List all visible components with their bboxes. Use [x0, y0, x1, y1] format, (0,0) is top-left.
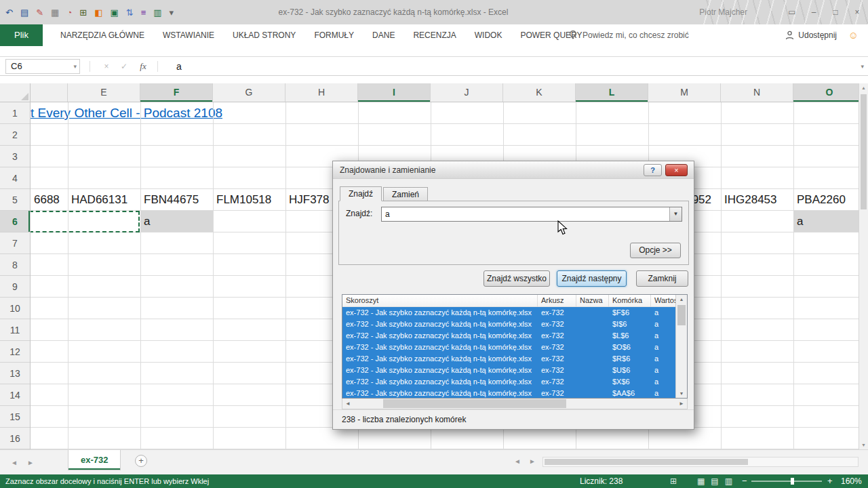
- name-box-dropdown-icon[interactable]: ▾: [73, 60, 77, 73]
- result-row[interactable]: ex-732 - Jak szybko zaznaczyć każdą n-tą…: [342, 353, 677, 365]
- column-header-n[interactable]: N: [721, 83, 793, 102]
- options-button[interactable]: Opcje >>: [630, 243, 681, 258]
- format-painter-icon[interactable]: ✎: [36, 8, 43, 17]
- list-header-komórka[interactable]: Komórka: [609, 295, 651, 307]
- tell-me-box[interactable]: Powiedz mi, co chcesz zrobić: [568, 24, 689, 46]
- undo-icon[interactable]: ↶: [5, 8, 13, 17]
- scroll-up-icon[interactable]: ▲: [859, 85, 868, 90]
- feedback-smiley-button[interactable]: ☺: [848, 24, 859, 46]
- results-horizontal-scrollbar[interactable]: ◄ ►: [342, 399, 688, 409]
- column-header-m[interactable]: M: [648, 83, 721, 102]
- recent-file-icon[interactable]: ◔: [66, 8, 72, 17]
- cell-E5[interactable]: HAD66131: [68, 189, 127, 210]
- column-header-e[interactable]: E: [68, 83, 140, 102]
- row-header-2[interactable]: 2: [0, 124, 30, 146]
- result-row[interactable]: ex-732 - Jak szybko zaznaczyć każdą n-tą…: [342, 307, 677, 319]
- column-header-f[interactable]: F: [140, 83, 213, 102]
- column-header-partial[interactable]: [31, 83, 68, 102]
- vertical-scrollbar-thumb[interactable]: [861, 94, 867, 209]
- add-sheet-button[interactable]: +: [135, 455, 147, 467]
- cell-F5[interactable]: FBN44675: [140, 189, 199, 210]
- insert-function-icon[interactable]: fx: [136, 59, 151, 74]
- sheet-tab-ex-732[interactable]: ex-732: [68, 450, 121, 470]
- row-header-14[interactable]: 14: [0, 384, 30, 406]
- scroll-right-icon[interactable]: ►: [676, 399, 687, 409]
- column-header-o[interactable]: O: [793, 83, 866, 102]
- close-window-button[interactable]: ×: [852, 7, 863, 17]
- save-icon[interactable]: ▤: [20, 8, 28, 17]
- page-layout-view-icon[interactable]: ▤: [711, 476, 718, 486]
- row-header-11[interactable]: 11: [0, 319, 30, 341]
- result-row[interactable]: ex-732 - Jak szybko zaznaczyć każdą n-tą…: [342, 342, 677, 353]
- row-header-7[interactable]: 7: [0, 232, 30, 254]
- cell-F6[interactable]: a: [140, 211, 213, 232]
- result-row[interactable]: ex-732 - Jak szybko zaznaczyć każdą n-tą…: [342, 319, 677, 330]
- row-header-5[interactable]: 5: [0, 189, 30, 211]
- row-header-10[interactable]: 10: [0, 298, 30, 319]
- zoom-level[interactable]: 160%: [841, 474, 862, 488]
- row-header-15[interactable]: 15: [0, 406, 30, 428]
- fill-color-icon[interactable]: ◧: [94, 8, 102, 17]
- find-input[interactable]: a ▼: [381, 207, 682, 222]
- row-header-13[interactable]: 13: [0, 363, 30, 384]
- select-all-corner[interactable]: [0, 83, 31, 102]
- result-row[interactable]: ex-732 - Jak szybko zaznaczyć każdą n-tą…: [342, 388, 677, 399]
- find-all-button[interactable]: Znajdź wszystko: [484, 270, 550, 287]
- column-header-j[interactable]: J: [431, 83, 503, 102]
- results-scrollbar[interactable]: ▲ ▼: [675, 295, 687, 398]
- dialog-title[interactable]: Znajdowanie i zamienianie: [333, 161, 694, 179]
- hscroll-right-icon[interactable]: ►: [529, 458, 536, 465]
- calculator-icon[interactable]: ⊞: [79, 8, 87, 17]
- list-header-arkusz[interactable]: Arkusz: [538, 295, 576, 307]
- ribbon-tab-recenzja[interactable]: RECENZJA: [413, 30, 456, 40]
- name-box[interactable]: C6 ▾: [5, 59, 80, 74]
- result-row[interactable]: ex-732 - Jak szybko zaznaczyć każdą n-tą…: [342, 330, 677, 342]
- cancel-icon[interactable]: ×: [99, 59, 114, 74]
- sort-icon[interactable]: ⇅: [126, 8, 134, 17]
- scroll-down-icon[interactable]: ▼: [859, 443, 868, 447]
- share-button[interactable]: Udostępnij: [785, 24, 837, 46]
- zoom-in-button[interactable]: +: [827, 474, 833, 488]
- cell-O6[interactable]: a: [793, 211, 866, 232]
- cell-N5[interactable]: IHG28453: [721, 189, 777, 210]
- find-next-button[interactable]: Znajdź następny: [557, 270, 627, 287]
- vertical-scrollbar[interactable]: ▲ ▼: [859, 83, 868, 449]
- row-header-12[interactable]: 12: [0, 341, 30, 363]
- normal-view-icon[interactable]: ▦: [697, 476, 705, 486]
- cell-H5[interactable]: HJF378: [285, 189, 330, 210]
- ribbon-tab-dane[interactable]: DANE: [372, 30, 395, 40]
- tab-znajdz[interactable]: Znajdź: [340, 186, 382, 201]
- zoom-out-button[interactable]: −: [742, 474, 747, 488]
- dialog-close-button[interactable]: ×: [665, 164, 688, 176]
- ribbon-display-options-icon[interactable]: ▭: [787, 7, 797, 17]
- chart-icon[interactable]: ▥: [153, 8, 161, 17]
- zoom-slider-track[interactable]: [751, 481, 822, 482]
- ribbon-tab-układ-strony[interactable]: UKŁAD STRONY: [233, 30, 296, 40]
- zoom-slider-thumb[interactable]: [791, 478, 794, 485]
- cell-O5[interactable]: PBA2260: [793, 189, 846, 210]
- scroll-up-icon[interactable]: ▲: [676, 297, 687, 302]
- results-list[interactable]: SkoroszytArkuszNazwaKomórkaWartość ex-73…: [342, 294, 688, 399]
- row-header-9[interactable]: 9: [0, 276, 30, 298]
- row-header-8[interactable]: 8: [0, 254, 30, 276]
- result-row[interactable]: ex-732 - Jak szybko zaznaczyć każdą n-tą…: [342, 365, 677, 376]
- result-row[interactable]: ex-732 - Jak szybko zaznaczyć każdą n-tą…: [342, 376, 677, 388]
- macro-grid-icon[interactable]: ⊞: [670, 474, 677, 488]
- list-header-skoroszyt[interactable]: Skoroszyt: [342, 295, 538, 307]
- horizontal-scrollbar-thumb[interactable]: [545, 459, 748, 465]
- scroll-down-icon[interactable]: ▼: [676, 391, 687, 396]
- row-header-3[interactable]: 3: [0, 146, 30, 167]
- new-sheet-icon[interactable]: ▣: [110, 8, 118, 17]
- cell-D5[interactable]: 6688: [31, 189, 60, 210]
- paste-special-icon[interactable]: ▦: [51, 8, 59, 17]
- minimize-button[interactable]: –: [808, 7, 819, 17]
- combo-dropdown-icon[interactable]: ▼: [669, 207, 682, 221]
- ribbon-tab-narzędzia-główne[interactable]: NARZĘDZIA GŁÓWNE: [60, 30, 144, 40]
- formula-bar-expand-icon[interactable]: ▾: [861, 59, 864, 74]
- file-tab[interactable]: Plik: [0, 24, 43, 46]
- cell-G5[interactable]: FLM10518: [213, 189, 271, 210]
- column-header-i[interactable]: I: [358, 83, 431, 102]
- row-header-4[interactable]: 4: [0, 167, 30, 189]
- enter-icon[interactable]: ✓: [117, 59, 132, 74]
- column-header-g[interactable]: G: [213, 83, 285, 102]
